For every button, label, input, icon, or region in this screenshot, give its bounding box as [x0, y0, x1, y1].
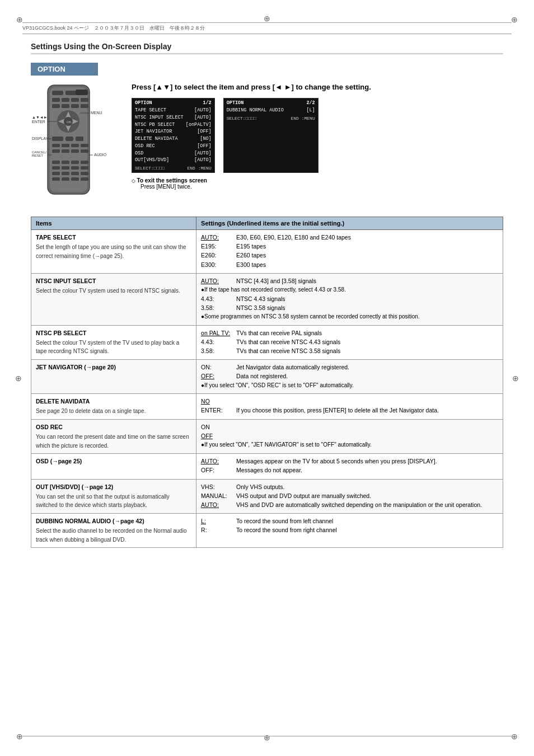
- item-desc-7: You can set the unit so that the output …: [36, 494, 170, 509]
- table-settings-cell-7: VHS:Only VHS outputs.MANUAL:VHS output a…: [196, 479, 503, 514]
- osd1-title-row: OPTION 1/2: [135, 100, 212, 106]
- instruction-area: Press [▲▼] to select the item and press …: [132, 82, 503, 190]
- svg-rect-45: [71, 161, 79, 164]
- table-item-cell-1: NTSC INPUT SELECTSelect the colour TV sy…: [31, 273, 196, 325]
- setting-key-8-0: L:: [201, 517, 232, 525]
- svg-rect-46: [81, 161, 88, 164]
- osd1-label-5: DELETE NAVIDATA: [135, 135, 184, 143]
- exit-instruction: ◇ To exit the settings screen Press [MEN…: [132, 177, 503, 190]
- table-item-cell-7: OUT [VHS/DVD] (→page 12)You can set the …: [31, 479, 196, 514]
- setting-key-1-2: 4.43:: [201, 295, 232, 303]
- main-content: Settings Using the On-Screen Display OPT…: [31, 42, 503, 722]
- setting-entry-5-2: ●If you select "ON", "JET NAVIGATOR" is …: [201, 441, 498, 449]
- osd2-footer-left: SELECT:□□□□: [227, 116, 256, 121]
- setting-key-7-0: VHS:: [201, 483, 232, 491]
- osd1-row-6: OSD REC [OFF]: [135, 143, 212, 150]
- setting-entry-0-3: E300:E300 tapes: [201, 261, 498, 269]
- svg-rect-34: [52, 149, 60, 153]
- osd-screen-2: OPTION 2/2 DUBBING NORMAL AUDIO [L] SELE…: [223, 98, 318, 173]
- svg-text:AUDIO: AUDIO: [94, 153, 107, 157]
- setting-key-5-0: ON: [201, 423, 232, 431]
- setting-key-1-3: 3.58:: [201, 304, 232, 312]
- svg-rect-30: [52, 144, 60, 147]
- item-desc-4: See page 20 to delete data on a single t…: [36, 408, 146, 414]
- header-bar: VP31GCGCS.book 24 ページ ２００３年７月３０日 水曜日 午後８…: [22, 22, 512, 34]
- item-desc-5: You can record the present date and time…: [36, 434, 189, 449]
- table-settings-cell-1: AUTO:NTSC [4.43] and [3.58] signals●If t…: [196, 273, 503, 325]
- setting-entry-4-0: NO: [201, 397, 498, 406]
- osd1-row-1: TAPE SELECT [AUTO]: [135, 107, 212, 114]
- item-name-6: OSD (→page 25): [36, 457, 191, 466]
- osd-screens: OPTION 1/2 TAPE SELECT [AUTO] NTSC INPUT…: [132, 98, 503, 173]
- setting-key-0-2: E260:: [201, 251, 232, 260]
- svg-rect-3: [65, 91, 77, 95]
- remote-area: OK MENU ▲▼◄► ENTER: [31, 82, 120, 205]
- osd1-label-3: NTSC PB SELECT: [135, 121, 184, 129]
- item-name-1: NTSC INPUT SELECT: [36, 277, 191, 285]
- table-settings-cell-0: AUTO:E30, E60, E90, E120, E180 and E240 …: [196, 230, 503, 274]
- osd2-page: 2/2: [306, 100, 315, 106]
- osd1-label-6: OSD REC: [135, 143, 184, 150]
- osd2-row-1: DUBBING NORMAL AUDIO [L]: [227, 107, 315, 114]
- table-item-cell-6: OSD (→page 25): [31, 454, 196, 479]
- osd1-title: OPTION: [135, 100, 152, 106]
- cross-mark-left: ⊕: [14, 374, 23, 383]
- setting-val-0-0: E30, E60, E90, E120, E180 and E240 tapes: [236, 233, 351, 242]
- osd2-title: OPTION: [227, 100, 244, 106]
- osd1-value-5: [NO]: [184, 135, 212, 143]
- svg-rect-36: [71, 149, 79, 153]
- setting-key-3-1: OFF:: [201, 372, 232, 381]
- setting-val-7-1: VHS output and DVD output are manually s…: [236, 492, 371, 500]
- item-name-0: TAPE SELECT: [36, 233, 191, 242]
- remote-svg: OK MENU ▲▼◄► ENTER: [31, 82, 115, 205]
- setting-val-1-3: NTSC 3.58 signals: [236, 304, 285, 312]
- setting-entry-3-1: OFF:Data not registered.: [201, 372, 498, 381]
- svg-rect-4: [76, 90, 88, 95]
- svg-rect-26: [65, 137, 73, 141]
- setting-entry-2-2: 3.58:TVs that can receive NTSC 3.58 sign…: [201, 347, 498, 355]
- setting-entry-8-0: L:To record the sound from left channel: [201, 517, 498, 525]
- setting-val-0-3: E300 tapes: [236, 261, 266, 269]
- osd1-value-8: [AUTO]: [184, 157, 212, 164]
- option-header: OPTION: [31, 63, 98, 76]
- corner-mark-bl: ⊕: [14, 731, 25, 742]
- osd1-row-4: JET NAVIGATOR [OFF]: [135, 128, 212, 135]
- setting-entry-6-1: OFF:Messages do not appear.: [201, 466, 498, 475]
- setting-entry-5-0: ON: [201, 423, 498, 431]
- setting-key-2-2: 3.58:: [201, 347, 232, 355]
- svg-rect-33: [81, 144, 88, 147]
- setting-key-0-3: E300:: [201, 261, 232, 269]
- setting-val-4-1: If you choose this position, press [ENTE…: [236, 406, 439, 415]
- item-name-8: DUBBING NORMAL AUDIO (→page 42): [36, 517, 191, 525]
- setting-entry-7-1: MANUAL:VHS output and DVD output are man…: [201, 492, 498, 500]
- setting-entry-8-1: R:To record the sound from right channel: [201, 526, 498, 534]
- item-desc-1: Select the colour TV system used to reco…: [36, 288, 180, 294]
- setting-key-0-0: AUTO:: [201, 233, 232, 242]
- osd1-page: 1/2: [203, 100, 211, 106]
- page-title: Settings Using the On-Screen Display: [31, 42, 503, 54]
- setting-entry-1-4: ●Some programmes on NTSC 3.58 system can…: [201, 313, 498, 321]
- svg-rect-31: [62, 144, 69, 147]
- table-item-cell-5: OSD RECYou can record the present date a…: [31, 419, 196, 453]
- osd-screen-1: OPTION 1/2 TAPE SELECT [AUTO] NTSC INPUT…: [132, 98, 215, 173]
- setting-entry-2-1: 4.43:TVs that can receive NTSC 4.43 sign…: [201, 338, 498, 346]
- osd2-label-1: DUBBING NORMAL AUDIO: [227, 107, 287, 114]
- osd2-title-row: OPTION 2/2: [227, 100, 315, 106]
- svg-rect-49: [71, 166, 79, 170]
- setting-entry-1-0: AUTO:NTSC [4.43] and [3.58] signals: [201, 277, 498, 285]
- svg-rect-47: [52, 166, 60, 170]
- setting-val-7-2: VHS and DVD are automatically switched d…: [236, 501, 482, 509]
- svg-rect-6: [62, 98, 69, 102]
- option-section: OK MENU ▲▼◄► ENTER: [31, 82, 503, 205]
- osd2-footer: SELECT:□□□□ END :MENU: [227, 116, 315, 121]
- header-text: VP31GCGCS.book 24 ページ ２００３年７月３０日 水曜日 午後８…: [22, 25, 205, 32]
- setting-entry-5-1: OFF: [201, 432, 498, 440]
- setting-entry-0-1: E195:E195 tapes: [201, 242, 498, 251]
- item-desc-8: Select the audio channel to be recorded …: [36, 528, 187, 543]
- osd1-row-3: NTSC PB SELECT [onPALTV]: [135, 121, 212, 129]
- setting-entry-7-0: VHS:Only VHS outputs.: [201, 483, 498, 491]
- table-settings-cell-5: ONOFF●If you select "ON", "JET NAVIGATOR…: [196, 419, 503, 453]
- setting-val-0-2: E260 tapes: [236, 251, 266, 260]
- exit-press: Press [MENU] twice.: [140, 184, 192, 190]
- table-settings-cell-3: ON:Jet Navigator data automatically regi…: [196, 360, 503, 394]
